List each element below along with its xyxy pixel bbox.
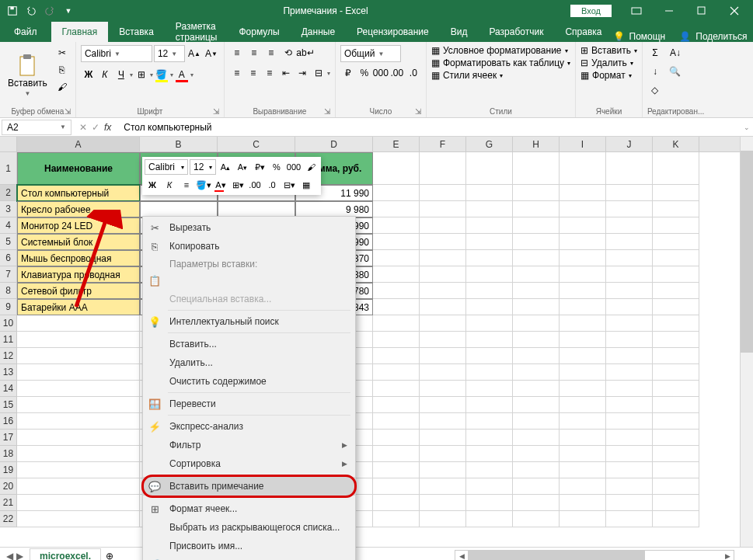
col-header-j[interactable]: J (606, 137, 653, 151)
cell[interactable] (560, 397, 606, 413)
ctx-smart-lookup[interactable]: 💡Интеллектуальный поиск (143, 312, 355, 331)
col-header-g[interactable]: G (466, 137, 513, 151)
name-box[interactable]: A2▼ (2, 120, 71, 135)
cell[interactable] (373, 152, 420, 185)
login-button[interactable]: Вход (570, 5, 612, 17)
increase-decimal-icon[interactable]: .00 (389, 65, 405, 81)
delete-cells-button[interactable]: ⊟Удалить▾ (580, 57, 637, 68)
cell[interactable] (466, 201, 513, 217)
cell[interactable] (513, 299, 560, 315)
cell[interactable] (17, 430, 140, 446)
insert-cells-button[interactable]: ⊞Вставить▾ (580, 45, 637, 56)
cell[interactable] (653, 185, 699, 201)
cell[interactable] (466, 315, 513, 332)
cell[interactable] (653, 152, 699, 185)
cell[interactable] (420, 478, 466, 495)
cell[interactable] (513, 495, 560, 511)
cell[interactable] (373, 185, 420, 201)
cell[interactable] (466, 495, 513, 511)
cell[interactable] (653, 430, 699, 446)
formula-input[interactable]: Стол компьютерный (119, 122, 740, 133)
align-bottom-icon[interactable]: ≡ (263, 45, 279, 61)
align-middle-icon[interactable]: ≡ (246, 45, 262, 61)
cell[interactable] (466, 364, 513, 381)
cell[interactable] (560, 250, 606, 266)
cell[interactable] (653, 234, 699, 250)
cell[interactable] (420, 348, 466, 364)
ctx-clear[interactable]: Очистить содержимое (143, 372, 355, 391)
cell[interactable] (653, 266, 699, 283)
cell[interactable] (420, 266, 466, 283)
minimize-button[interactable] (654, 0, 685, 22)
horizontal-scrollbar[interactable]: ◀ ▶ (455, 550, 734, 561)
cell[interactable] (373, 462, 420, 478)
cell[interactable] (513, 250, 560, 266)
row-header[interactable]: 15 (0, 397, 17, 413)
row-header[interactable]: 13 (0, 364, 17, 381)
underline-button[interactable]: Ч (113, 67, 129, 82)
cell[interactable] (420, 381, 466, 397)
cell[interactable] (653, 446, 699, 462)
cell[interactable] (17, 397, 140, 413)
mini-grow-font-icon[interactable]: A▴ (218, 159, 233, 175)
cell[interactable] (420, 217, 466, 234)
cell[interactable] (606, 478, 653, 495)
format-painter-icon[interactable]: 🖌 (54, 79, 71, 95)
mini-comma-icon[interactable]: 000 (286, 159, 302, 175)
cell[interactable] (17, 446, 140, 462)
cell[interactable] (513, 430, 560, 446)
cell[interactable]: 9 980 (295, 201, 373, 217)
cell[interactable] (513, 283, 560, 299)
tab-help[interactable]: Справка (554, 22, 612, 42)
mini-shrink-font-icon[interactable]: A▾ (235, 159, 250, 175)
cell[interactable] (513, 217, 560, 234)
cell[interactable] (513, 348, 560, 364)
cell[interactable] (560, 511, 606, 527)
align-top-icon[interactable]: ≡ (229, 45, 245, 61)
cell[interactable] (466, 430, 513, 446)
cell[interactable] (373, 250, 420, 266)
cell[interactable] (560, 152, 606, 185)
cell[interactable]: Стол компьютерный (17, 185, 140, 201)
mini-font-combo[interactable]: Calibri▾ (145, 159, 188, 175)
format-cells-button[interactable]: ▦Формат▾ (580, 70, 637, 81)
cell[interactable]: Батарейки ААА (17, 299, 140, 315)
ctx-filter[interactable]: Фильтр▶ (143, 436, 355, 454)
mini-format-painter-icon[interactable]: 🖌 (303, 159, 319, 175)
cell[interactable] (373, 430, 420, 446)
cell[interactable] (466, 446, 513, 462)
font-name-combo[interactable]: Calibri▼ (81, 45, 152, 62)
cell[interactable] (466, 299, 513, 315)
conditional-formatting-button[interactable]: ▦Условное форматирование▾ (431, 45, 570, 56)
cell[interactable] (466, 381, 513, 397)
cell[interactable] (513, 364, 560, 381)
cell[interactable] (606, 250, 653, 266)
expand-formula-bar-icon[interactable]: ⌄ (740, 123, 753, 131)
cell[interactable] (560, 413, 606, 430)
cell[interactable] (560, 234, 606, 250)
decrease-decimal-icon[interactable]: .0 (406, 65, 421, 81)
redo-icon[interactable] (42, 3, 58, 19)
row-header[interactable]: 16 (0, 413, 17, 430)
borders-icon[interactable]: ⊞ (134, 67, 149, 82)
indent-decrease-icon[interactable]: ⇤ (278, 65, 294, 81)
cell[interactable] (653, 299, 699, 315)
cell[interactable] (606, 266, 653, 283)
cell[interactable] (560, 495, 606, 511)
cell[interactable] (513, 446, 560, 462)
mini-align-icon[interactable]: ≡ (179, 177, 194, 193)
ctx-insert-comment[interactable]: 💬Вставить примечание (143, 477, 355, 496)
cell[interactable] (373, 266, 420, 283)
cell[interactable] (513, 511, 560, 527)
cell[interactable] (653, 332, 699, 348)
col-header-i[interactable]: I (560, 137, 606, 151)
ctx-translate[interactable]: 🪟Перевести (143, 395, 355, 413)
cell[interactable] (373, 413, 420, 430)
cell[interactable] (653, 217, 699, 234)
tab-layout[interactable]: Разметка страницы (165, 22, 228, 42)
cell[interactable] (606, 332, 653, 348)
tab-home[interactable]: Главная (51, 22, 109, 42)
sheet-nav-next-icon[interactable]: ▶ (16, 551, 23, 561)
ctx-sort[interactable]: Сортировка▶ (143, 454, 355, 473)
cell[interactable] (373, 446, 420, 462)
